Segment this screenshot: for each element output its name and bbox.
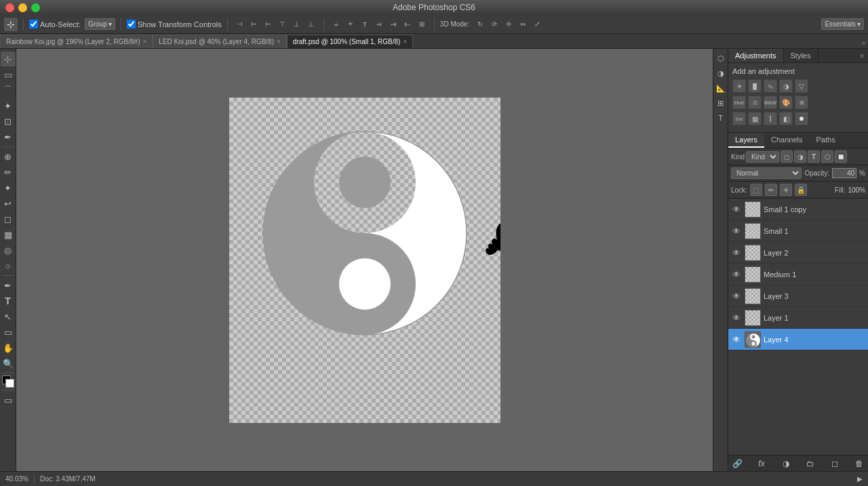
eraser-tool[interactable]: ◻ bbox=[1, 211, 16, 226]
layer-visibility-icon[interactable]: 👁 bbox=[731, 269, 742, 280]
layer-visibility-icon[interactable]: 👁 bbox=[731, 226, 742, 237]
color-balance-icon[interactable]: ⚖ bbox=[748, 96, 762, 109]
filter-smart-icon[interactable]: 🔲 bbox=[835, 150, 847, 163]
invert-icon[interactable]: Inv bbox=[732, 112, 746, 125]
tab-paths[interactable]: Paths bbox=[810, 133, 842, 148]
tab-rainbow-koi[interactable]: Rainbow Koi.jpg @ 196% (Layer 2, RGB/8#)… bbox=[0, 35, 153, 48]
3d-icon[interactable]: ⬡ bbox=[714, 52, 728, 65]
clone-tool[interactable]: ✦ bbox=[1, 180, 16, 195]
selective-color-icon[interactable]: 🔲 bbox=[795, 112, 808, 125]
align-right-icon[interactable]: ⊢ bbox=[262, 18, 275, 31]
timeline-icon[interactable]: ⊞ bbox=[714, 96, 728, 110]
align-left-icon[interactable]: ⊣ bbox=[233, 18, 247, 31]
threshold-icon[interactable]: ▕▏ bbox=[764, 112, 777, 125]
bw-icon[interactable]: B&W bbox=[764, 96, 777, 109]
tab-draft-close[interactable]: × bbox=[403, 38, 407, 45]
lock-all-icon[interactable]: 🔒 bbox=[795, 184, 807, 196]
threeD-roll-icon[interactable]: ⟳ bbox=[488, 18, 501, 31]
hand-tool[interactable]: ✋ bbox=[1, 340, 16, 355]
layer-visibility-icon[interactable]: 👁 bbox=[731, 247, 742, 258]
tabs-collapse-btn[interactable]: » bbox=[859, 38, 868, 48]
layer-row[interactable]: 👁 Layer 1 bbox=[728, 307, 868, 329]
auto-select-dropdown[interactable]: Group ▾ bbox=[85, 18, 115, 30]
layer-visibility-icon[interactable]: 👁 bbox=[731, 312, 742, 323]
dist-right-icon[interactable]: ⫪ bbox=[358, 18, 372, 31]
tab-rainbow-koi-close[interactable]: × bbox=[142, 38, 146, 45]
crop-tool[interactable]: ⊡ bbox=[1, 114, 16, 129]
lock-position-icon[interactable]: ✛ bbox=[780, 184, 792, 196]
move-tool[interactable]: ⊹ bbox=[1, 52, 16, 66]
delete-layer-btn[interactable]: 🗑 bbox=[853, 458, 865, 470]
screen-mode-tool[interactable]: ▭ bbox=[1, 392, 16, 407]
lock-paint-icon[interactable]: ✏ bbox=[765, 184, 777, 196]
tab-styles[interactable]: Styles bbox=[784, 49, 818, 62]
gradient-map-icon[interactable]: ◧ bbox=[779, 112, 793, 125]
align-top-icon[interactable]: ⊤ bbox=[276, 18, 290, 31]
path-select-tool[interactable]: ↖ bbox=[1, 309, 16, 324]
auto-select-check[interactable]: Auto-Select: bbox=[29, 20, 81, 28]
layer-row[interactable]: 👁 Small 1 bbox=[728, 220, 868, 242]
type-tool[interactable]: T bbox=[1, 293, 16, 308]
maximize-button[interactable] bbox=[31, 3, 40, 12]
heal-tool[interactable]: ⊕ bbox=[1, 149, 16, 164]
brush-tool[interactable]: ✏ bbox=[1, 165, 16, 180]
dist-left-icon[interactable]: ⫨ bbox=[330, 18, 343, 31]
new-group-btn[interactable]: 🗀 bbox=[804, 458, 816, 470]
tab-led-koi-close[interactable]: × bbox=[277, 38, 281, 45]
threeD-scale-icon[interactable]: ⤢ bbox=[530, 18, 544, 31]
curves-icon[interactable]: ∿ bbox=[764, 79, 777, 93]
layer-row[interactable]: 👁 Medium 1 bbox=[728, 264, 868, 285]
dodge-tool[interactable]: ○ bbox=[1, 258, 16, 273]
channel-mixer-icon[interactable]: ⊞ bbox=[795, 96, 808, 109]
filter-adj-icon[interactable]: ◑ bbox=[794, 150, 806, 163]
panel-collapse-btn[interactable]: ≡ bbox=[856, 49, 868, 62]
exposure-icon[interactable]: ◑ bbox=[779, 79, 793, 93]
close-button[interactable] bbox=[5, 3, 14, 12]
posterize-icon[interactable]: ▦ bbox=[748, 112, 762, 125]
link-layers-btn[interactable]: 🔗 bbox=[731, 458, 743, 470]
kind-dropdown[interactable]: Kind bbox=[746, 151, 779, 163]
workspace-dropdown[interactable]: Essentials ▾ bbox=[821, 18, 864, 30]
note-icon[interactable]: T bbox=[714, 111, 728, 125]
select-tool[interactable]: ▭ bbox=[1, 67, 16, 82]
dist-bottom-icon[interactable]: ⫦ bbox=[401, 18, 414, 31]
layer-visibility-icon[interactable]: 👁 bbox=[731, 291, 742, 302]
scroll-right-arrow[interactable]: ▶ bbox=[857, 475, 863, 483]
minimize-button[interactable] bbox=[18, 3, 27, 12]
new-layer-btn[interactable]: ◻ bbox=[829, 458, 841, 470]
add-layer-style-btn[interactable]: fx bbox=[755, 458, 768, 470]
threeD-slide-icon[interactable]: ⇔ bbox=[516, 18, 530, 31]
threeD-pan-icon[interactable]: ✛ bbox=[502, 18, 515, 31]
dist-center-icon[interactable]: ⫩ bbox=[344, 18, 357, 31]
eyedropper-tool[interactable]: ✒ bbox=[1, 129, 16, 144]
layer-row-active[interactable]: 👁 Layer 4 bbox=[728, 329, 868, 350]
gradient-tool[interactable]: ▦ bbox=[1, 227, 16, 242]
photo-filter-icon[interactable]: 🎨 bbox=[779, 96, 793, 109]
show-transform-checkbox[interactable] bbox=[127, 20, 136, 28]
pen-tool[interactable]: ✒ bbox=[1, 278, 16, 293]
layer-row[interactable]: 👁 Small 1 copy bbox=[728, 199, 868, 220]
align-bottom-icon[interactable]: ⊥ bbox=[304, 18, 318, 31]
tab-adjustments[interactable]: Adjustments bbox=[728, 49, 784, 62]
layer-visibility-icon[interactable]: 👁 bbox=[731, 334, 742, 345]
add-mask-btn[interactable]: ◑ bbox=[780, 458, 792, 470]
tab-channels[interactable]: Channels bbox=[764, 133, 809, 148]
move-tool-icon[interactable]: ⊹ bbox=[4, 18, 18, 31]
measurement-icon[interactable]: 📐 bbox=[714, 81, 728, 95]
layer-row[interactable]: 👁 Layer 2 bbox=[728, 242, 868, 264]
shape-tool[interactable]: ▭ bbox=[1, 325, 16, 340]
levels-icon[interactable]: ▐▌ bbox=[748, 79, 762, 93]
brightness-icon[interactable]: ☀ bbox=[732, 79, 746, 93]
threeD-rotate-icon[interactable]: ↻ bbox=[473, 18, 487, 31]
adjustment-layer-icon[interactable]: ◑ bbox=[714, 66, 728, 80]
vibrance-icon[interactable]: ▽ bbox=[795, 79, 808, 93]
layer-row[interactable]: 👁 Layer 3 bbox=[728, 285, 868, 307]
background-color[interactable] bbox=[5, 379, 14, 388]
show-transform-check[interactable]: Show Transform Controls bbox=[127, 20, 222, 28]
dist-vcenter-icon[interactable]: ⫥ bbox=[387, 18, 400, 31]
zoom-tool[interactable]: 🔍 bbox=[1, 356, 16, 371]
filter-shape-icon[interactable]: ⬡ bbox=[821, 150, 833, 163]
filter-type-icon[interactable]: T bbox=[808, 150, 820, 163]
color-swatch[interactable] bbox=[2, 376, 14, 388]
filter-pixel-icon[interactable]: ◻ bbox=[781, 150, 793, 163]
